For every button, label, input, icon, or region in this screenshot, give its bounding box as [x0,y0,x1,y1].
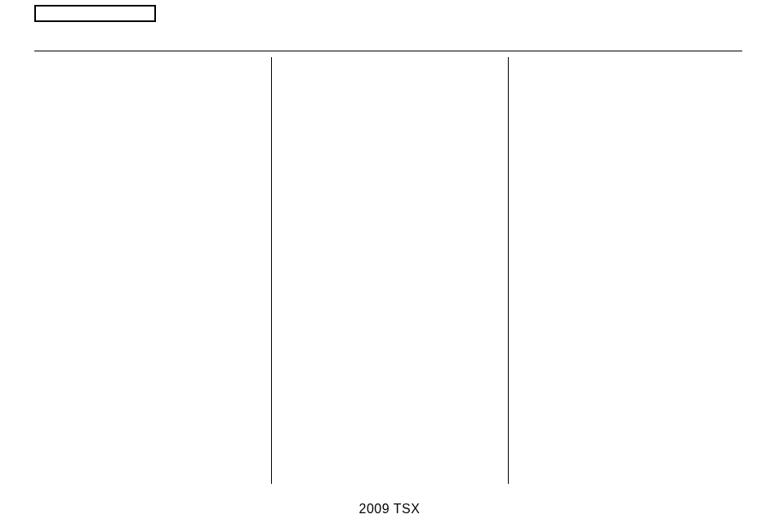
column-divider-right [508,57,509,484]
top-box-frame [34,5,156,22]
footer-label: 2009 TSX [0,502,779,516]
column-divider-left [271,57,272,484]
horizontal-divider [34,51,742,51]
